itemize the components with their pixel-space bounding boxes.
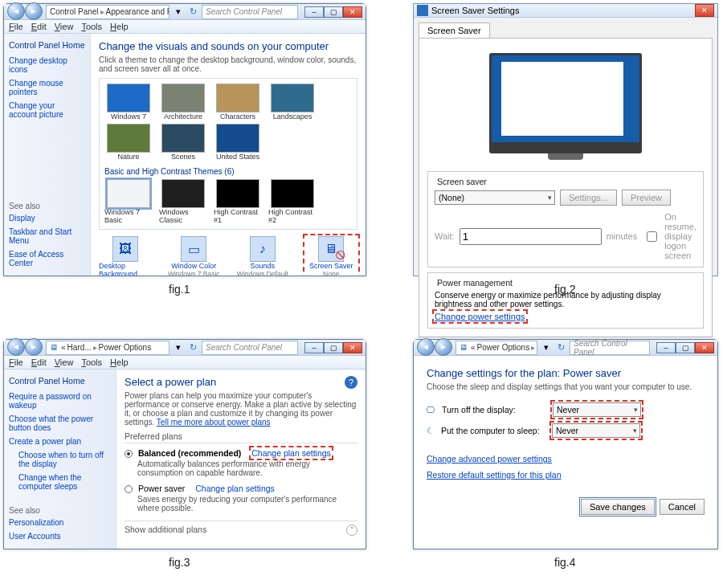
desktop-background-link[interactable]: 🖼 Desktop Background Harmony — [99, 236, 152, 276]
sidebar-link[interactable]: Create a power plan — [9, 437, 111, 446]
wait-label: Wait: — [435, 231, 455, 241]
menu-file[interactable]: File — [9, 22, 23, 31]
search-input[interactable]: Search Control Panel — [570, 341, 650, 355]
back-button[interactable]: ◄ — [7, 338, 25, 356]
sidebar-link[interactable]: Change desktop icons — [9, 56, 85, 74]
back-button[interactable]: ◄ — [417, 338, 435, 356]
theme-item[interactable]: Scenes — [159, 124, 207, 161]
change-plan-settings-link[interactable]: Change plan settings — [195, 484, 275, 493]
breadcrumb-item[interactable]: Power Options — [99, 343, 152, 352]
onresume-checkbox[interactable] — [647, 231, 657, 242]
close-button[interactable]: ✕ — [695, 4, 714, 17]
close-button[interactable]: ✕ — [695, 342, 714, 353]
theme-item-selected[interactable]: Windows 7 Basic — [104, 179, 153, 224]
theme-item[interactable]: Nature — [104, 124, 153, 161]
screen-saver-dialog: Screen Saver Settings ✕ Screen Saver Scr… — [413, 3, 718, 276]
help-icon[interactable]: ? — [345, 376, 357, 389]
minimize-button[interactable]: – — [304, 342, 324, 353]
sleep-select[interactable]: Never — [552, 423, 640, 438]
menu-edit[interactable]: Edit — [31, 22, 47, 31]
maximize-button[interactable]: ▢ — [324, 342, 343, 353]
breadcrumb-item[interactable]: Control Panel — [50, 7, 99, 16]
minimize-button[interactable]: – — [304, 6, 324, 18]
save-changes-button[interactable]: Save changes — [581, 499, 655, 515]
theme-item[interactable]: Windows Classic — [159, 179, 207, 224]
theme-item[interactable]: United States — [214, 124, 262, 161]
theme-item[interactable]: Windows 7 — [104, 84, 153, 120]
learn-more-link[interactable]: Tell me more about power plans — [157, 418, 271, 427]
screensaver-select[interactable]: (None) — [435, 190, 555, 205]
page-subtitle: Click a theme to change the desktop back… — [99, 55, 357, 73]
breadcrumb-item[interactable]: Hard... — [67, 343, 92, 352]
close-button[interactable]: ✕ — [343, 6, 362, 18]
tab-screensaver[interactable]: Screen Saver — [419, 22, 490, 38]
power-options-window: ◄ ► 🖥 « Hard...▸ Power Options ▾ ↻ Searc… — [3, 339, 366, 549]
theme-item[interactable]: Characters — [214, 84, 262, 120]
plan-radio-balanced[interactable] — [125, 450, 133, 458]
sidebar-header: Control Panel Home — [9, 376, 111, 386]
page-intro: Power plans can help you maximize your c… — [125, 391, 357, 427]
preview-button[interactable]: Preview — [622, 190, 671, 206]
sidebar-link[interactable]: Require a password on wakeup — [9, 392, 111, 410]
sidebar-link[interactable]: Choose when to turn off the display — [9, 451, 111, 468]
breadcrumb[interactable]: Control Panel▸ Appearance and Personaliz… — [46, 5, 170, 19]
search-input[interactable]: Search Control Panel — [202, 341, 298, 355]
theme-item[interactable]: Architecture — [159, 84, 207, 120]
wait-input[interactable] — [460, 228, 602, 245]
search-input[interactable]: Search Control Panel — [202, 5, 298, 19]
menu-tools[interactable]: Tools — [81, 357, 102, 367]
window-color-link[interactable]: ▭ Window Color Windows 7 Basic — [168, 236, 221, 276]
screen-saver-icon: 🖥⦸ — [318, 236, 344, 262]
theme-item[interactable]: Landscapes — [268, 84, 317, 120]
theme-item[interactable]: High Contrast #1 — [214, 179, 262, 224]
forward-button[interactable]: ► — [435, 338, 452, 356]
menu-tools[interactable]: Tools — [81, 22, 102, 31]
forward-button[interactable]: ► — [25, 338, 43, 356]
maximize-button[interactable]: ▢ — [676, 342, 695, 353]
menu-file[interactable]: File — [9, 357, 23, 367]
menu-help[interactable]: Help — [110, 357, 129, 367]
seealso-link[interactable]: Ease of Access Center — [9, 250, 85, 267]
close-button[interactable]: ✕ — [343, 342, 362, 353]
screen-saver-link[interactable]: 🖥⦸ Screen Saver None — [305, 236, 358, 276]
show-additional-plans[interactable]: Show additional plans — [125, 525, 206, 536]
seealso-link[interactable]: Personalization — [9, 518, 111, 527]
sidebar: Control Panel Home Change desktop icons … — [4, 34, 91, 276]
plan-radio-powersaver[interactable] — [125, 485, 133, 493]
sounds-link[interactable]: ♪ Sounds Windows Default — [236, 236, 289, 276]
sidebar-link[interactable]: Change your account picture — [9, 101, 85, 119]
settings-button[interactable]: Settings... — [560, 190, 617, 206]
theme-item[interactable]: High Contrast #2 — [268, 179, 317, 224]
sidebar-link[interactable]: Choose what the power button does — [9, 414, 111, 432]
fieldset-legend: Power management — [435, 278, 515, 288]
menu-view[interactable]: View — [55, 357, 74, 367]
breadcrumb[interactable]: 🖥 « Power Options▸ Edit Plan Settings — [455, 341, 537, 355]
change-power-settings-link[interactable]: Change power settings — [435, 312, 525, 321]
advanced-power-settings-link[interactable]: Change advanced power settings — [427, 454, 552, 463]
seealso-link[interactable]: User Accounts — [9, 532, 111, 541]
menu-help[interactable]: Help — [110, 22, 129, 31]
breadcrumb-item[interactable]: Power Options — [477, 343, 530, 352]
restore-defaults-link[interactable]: Restore default settings for this plan — [427, 470, 562, 480]
menu-view[interactable]: View — [55, 22, 74, 31]
sleep-icon: ☾ — [427, 426, 435, 435]
minimize-button[interactable]: – — [656, 342, 676, 353]
breadcrumb-item[interactable]: Edit Plan Settings — [537, 343, 537, 352]
seealso-link[interactable]: Taskbar and Start Menu — [9, 227, 85, 245]
back-button[interactable]: ◄ — [7, 2, 25, 20]
sidebar-header: Control Panel Home — [9, 40, 85, 50]
turn-off-display-select[interactable]: Never — [553, 402, 641, 417]
sidebar-link[interactable]: Change when the computer sleeps — [9, 473, 111, 491]
sidebar-link[interactable]: Change mouse pointers — [9, 79, 85, 96]
change-plan-settings-link[interactable]: Change plan settings — [251, 448, 331, 458]
breadcrumb-item[interactable]: Appearance and Personalization — [106, 7, 170, 16]
breadcrumb[interactable]: 🖥 « Hard...▸ Power Options — [46, 341, 170, 355]
cancel-button[interactable]: Cancel — [660, 499, 705, 515]
dialog-titlebar: Screen Saver Settings ✕ — [414, 4, 717, 18]
chevron-down-icon[interactable]: ˅ — [346, 525, 357, 536]
seealso-link[interactable]: Display — [9, 214, 85, 223]
maximize-button[interactable]: ▢ — [324, 6, 343, 18]
forward-button[interactable]: ► — [25, 2, 43, 20]
page-title: Change settings for the plan: Power save… — [427, 367, 705, 379]
menu-edit[interactable]: Edit — [31, 357, 47, 367]
